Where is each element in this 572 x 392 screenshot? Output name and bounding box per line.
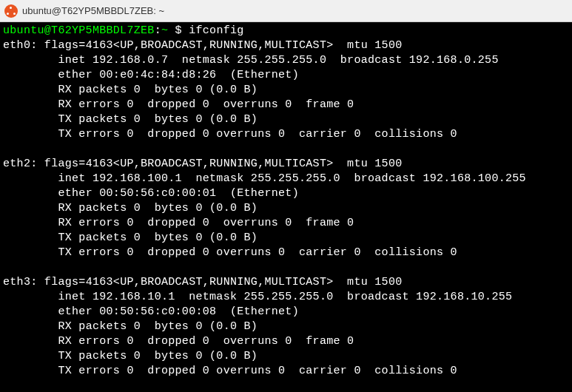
iface2-rx-packets: RX packets 0 bytes 0 (0.0 B)	[58, 320, 258, 333]
iface1-name: eth2	[3, 158, 30, 170]
iface0-inet: inet 192.168.0.7 netmask 255.255.255.0 b…	[58, 54, 498, 67]
iface2-tx-errors: TX errors 0 dropped 0 overruns 0 carrier…	[58, 365, 457, 377]
iface2-ether: ether 00:50:56:c0:00:08 (Ethernet)	[58, 305, 299, 318]
iface2-tx-packets: TX packets 0 bytes 0 (0.0 B)	[58, 350, 258, 362]
prompt-symbol: $	[168, 24, 189, 37]
iface2-inet: inet 192.168.10.1 netmask 255.255.255.0 …	[58, 291, 512, 303]
prompt-user-host: ubuntu@T62YP5MBBDL7ZEB	[3, 24, 155, 37]
iface1-tx-errors: TX errors 0 dropped 0 overruns 0 carrier…	[58, 246, 457, 259]
iface0-name: eth0	[3, 39, 30, 52]
window-title-text: ubuntu@T62YP5MBBDL7ZEB: ~	[22, 5, 164, 16]
ubuntu-icon	[4, 4, 18, 18]
iface0-tx-errors: TX errors 0 dropped 0 overruns 0 carrier…	[58, 128, 457, 141]
iface1-rx-errors: RX errors 0 dropped 0 overruns 0 frame 0	[58, 217, 354, 229]
iface1-tx-packets: TX packets 0 bytes 0 (0.0 B)	[58, 232, 258, 244]
iface2-rx-errors: RX errors 0 dropped 0 overruns 0 frame 0	[58, 335, 354, 348]
iface0-ether: ether 00:e0:4c:84:d8:26 (Ethernet)	[58, 69, 299, 81]
window-title-bar: ubuntu@T62YP5MBBDL7ZEB: ~	[0, 0, 572, 22]
iface0-flags: flags=4163<UP,BROADCAST,RUNNING,MULTICAS…	[44, 39, 403, 52]
iface2-flags: flags=4163<UP,BROADCAST,RUNNING,MULTICAS…	[44, 276, 403, 288]
iface1-ether: ether 00:50:56:c0:00:01 (Ethernet)	[58, 187, 299, 200]
iface2-name: eth3	[3, 276, 30, 288]
iface0-rx-errors: RX errors 0 dropped 0 overruns 0 frame 0	[58, 98, 354, 111]
iface0-tx-packets: TX packets 0 bytes 0 (0.0 B)	[58, 113, 258, 126]
iface1-inet: inet 192.168.100.1 netmask 255.255.255.0…	[58, 172, 526, 185]
prompt-path: ~	[161, 24, 168, 37]
typed-command: ifconfig	[189, 24, 243, 37]
iface1-rx-packets: RX packets 0 bytes 0 (0.0 B)	[58, 202, 258, 214]
iface0-rx-packets: RX packets 0 bytes 0 (0.0 B)	[58, 84, 258, 96]
iface1-flags: flags=4163<UP,BROADCAST,RUNNING,MULTICAS…	[44, 158, 403, 170]
terminal-output[interactable]: ubuntu@T62YP5MBBDL7ZEB:~ $ ifconfig eth0…	[0, 22, 572, 392]
prompt-colon: :	[155, 24, 161, 37]
